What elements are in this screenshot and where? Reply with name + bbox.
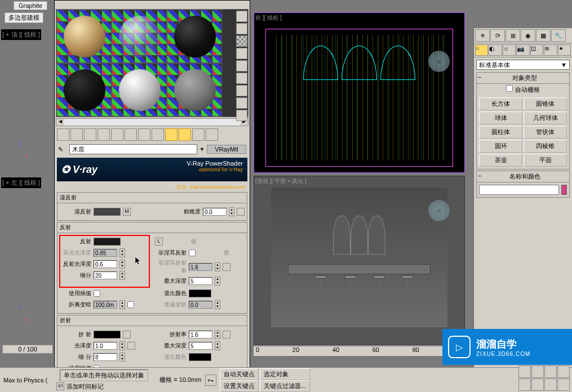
- set-key-button[interactable]: 设置关键点: [220, 380, 259, 392]
- refract-gloss-field[interactable]: [94, 342, 117, 350]
- spacewarps-tab-icon[interactable]: ≋: [544, 44, 557, 56]
- fresnel-checkbox[interactable]: [189, 250, 196, 256]
- material-slot[interactable]: [112, 10, 167, 63]
- subdiv-field[interactable]: [94, 271, 117, 279]
- mat-id-channel-icon[interactable]: [152, 128, 164, 141]
- graphite-tab[interactable]: Graphite: [14, 1, 47, 10]
- lights-tab-icon[interactable]: ☼: [503, 44, 516, 56]
- viewport-left-label[interactable]: [ + 左 ][ 线框 ]: [1, 177, 41, 188]
- viewport-front-label[interactable]: 前 ][ 线框 ]: [254, 13, 464, 23]
- autogrid-checkbox[interactable]: [506, 85, 513, 92]
- material-name-field[interactable]: [69, 144, 197, 154]
- put-to-scene-icon[interactable]: [70, 128, 83, 141]
- diffuse-header[interactable]: 漫反射: [57, 193, 247, 203]
- geosphere-button[interactable]: 几何球体: [524, 112, 567, 124]
- put-to-lib-icon[interactable]: [138, 128, 150, 141]
- maxscript-listener[interactable]: Max to Physcs (: [0, 376, 51, 385]
- scroll-left-icon[interactable]: ◀: [56, 119, 64, 126]
- video-check-icon[interactable]: [236, 60, 247, 72]
- object-name-field[interactable]: [479, 185, 559, 195]
- systems-tab-icon[interactable]: ✦: [558, 44, 571, 56]
- lock-button[interactable]: L: [155, 238, 163, 246]
- viewcube[interactable]: 前: [428, 200, 450, 221]
- refract-subdiv-field[interactable]: [94, 353, 117, 361]
- go-forward-icon[interactable]: [206, 128, 218, 141]
- create-tab-icon[interactable]: ✳: [475, 29, 490, 42]
- object-type-header[interactable]: −对象类型: [477, 73, 569, 84]
- torus-button[interactable]: 圆环: [479, 140, 522, 153]
- refract-color-swatch[interactable]: [94, 331, 121, 338]
- hierarchy-tab-icon[interactable]: ⊞: [506, 29, 520, 42]
- object-color-swatch[interactable]: [561, 185, 567, 195]
- lock-selection-icon[interactable]: 🗝: [205, 375, 216, 386]
- options-icon[interactable]: [236, 85, 247, 96]
- fov-icon[interactable]: [557, 366, 570, 378]
- orbit-icon[interactable]: [518, 378, 531, 391]
- refract-exit-color-swatch[interactable]: [189, 353, 211, 361]
- show-end-result-icon[interactable]: [179, 128, 191, 141]
- interp-checkbox[interactable]: [94, 290, 100, 297]
- max-depth-field[interactable]: [189, 277, 212, 285]
- zoom-extents-icon[interactable]: [544, 366, 557, 378]
- maximize-icon[interactable]: [544, 378, 557, 391]
- box-button[interactable]: 长方体: [479, 97, 522, 110]
- get-material-icon[interactable]: [57, 128, 69, 141]
- utilities-tab-icon[interactable]: 🔧: [551, 29, 566, 42]
- exit-color-swatch[interactable]: [189, 289, 211, 297]
- refract-map-button[interactable]: [123, 331, 131, 338]
- min-max-icon[interactable]: [557, 378, 570, 391]
- material-hscroll[interactable]: ◀ ▶: [56, 118, 249, 126]
- zoom-icon[interactable]: [531, 366, 544, 378]
- viewport-top-label[interactable]: [ + 顶 ][ 线框 ]: [1, 29, 41, 40]
- pan-icon[interactable]: [518, 366, 531, 378]
- cylinder-button[interactable]: 圆柱体: [479, 126, 522, 139]
- preview-icon[interactable]: [236, 73, 247, 84]
- time-ruler[interactable]: 0 20 40 60 80 100: [254, 346, 465, 356]
- reflect-header[interactable]: 反射: [57, 222, 247, 233]
- background-icon[interactable]: [236, 35, 247, 47]
- viewcube[interactable]: 前: [428, 51, 450, 72]
- time-tag-icon[interactable]: 🏷: [56, 382, 64, 390]
- reflect-color-swatch[interactable]: [94, 238, 121, 246]
- display-tab-icon[interactable]: ▦: [536, 29, 551, 42]
- refl-gloss-field[interactable]: [94, 260, 117, 268]
- sample-type-icon[interactable]: [236, 11, 247, 22]
- show-map-icon[interactable]: [165, 128, 178, 141]
- shapes-tab-icon[interactable]: ◐: [489, 44, 502, 56]
- pyramid-button[interactable]: 四棱锥: [524, 140, 567, 153]
- make-unique-icon[interactable]: [125, 128, 137, 141]
- geometry-type-dropdown[interactable]: 标准基本体▼: [476, 60, 570, 70]
- material-slot[interactable]: [56, 63, 112, 117]
- name-color-header[interactable]: −名称和颜色: [477, 171, 569, 182]
- selected-object-dropdown[interactable]: 选定对象: [260, 368, 310, 380]
- go-parent-icon[interactable]: [192, 128, 205, 141]
- diffuse-map-button[interactable]: M: [123, 208, 131, 216]
- material-type-button[interactable]: VRayMtl: [207, 145, 246, 154]
- dim-dist-checkbox[interactable]: [127, 301, 134, 308]
- tube-button[interactable]: 管状体: [524, 126, 567, 139]
- teapot-button[interactable]: 茶壶: [479, 154, 522, 167]
- select-by-mat-icon[interactable]: [236, 97, 247, 109]
- viewport-front[interactable]: 前 ][ 线框 ]: [254, 12, 465, 173]
- diffuse-color-swatch[interactable]: [94, 208, 121, 216]
- material-slot[interactable]: [56, 10, 112, 63]
- walk-icon[interactable]: [531, 378, 544, 391]
- time-slider[interactable]: 0 / 100: [2, 345, 53, 354]
- material-slot[interactable]: [167, 63, 222, 117]
- ior-field[interactable]: [189, 331, 212, 338]
- pick-material-icon[interactable]: ✎: [58, 146, 67, 153]
- fresnel-ior-map-button[interactable]: [223, 263, 230, 271]
- key-filters-button[interactable]: 关键点过滤器...: [260, 380, 310, 392]
- mat-id-icon[interactable]: [236, 110, 247, 121]
- sample-uv-icon[interactable]: [236, 48, 247, 59]
- material-slot[interactable]: [167, 10, 222, 63]
- cameras-tab-icon[interactable]: 📷: [516, 44, 529, 56]
- add-time-tag[interactable]: 添加时间标记: [66, 382, 104, 391]
- material-slot[interactable]: [112, 63, 167, 117]
- cone-button[interactable]: 圆锥体: [524, 97, 567, 110]
- viewport-persp-label[interactable]: [透视 ][ 平滑 + 高光 ]: [254, 176, 464, 186]
- make-copy-icon[interactable]: [111, 128, 123, 141]
- sphere-button[interactable]: 球体: [479, 112, 522, 124]
- motion-tab-icon[interactable]: ◉: [521, 29, 535, 42]
- reset-icon[interactable]: [97, 128, 110, 141]
